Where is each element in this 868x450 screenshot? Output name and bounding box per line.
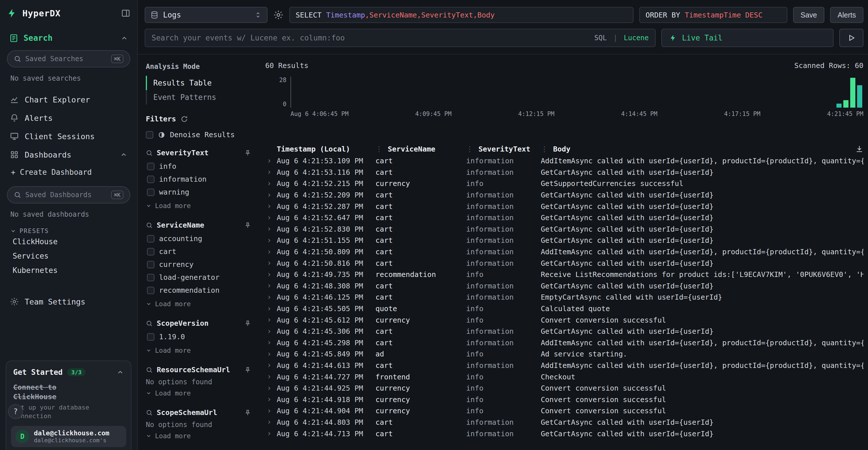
row-expand-chevron-icon[interactable] — [267, 431, 272, 437]
table-row[interactable]: Aug 6 4:21:53.109 PM cart information Ad… — [265, 155, 863, 167]
column-header-timestamp[interactable]: Timestamp (Local) — [277, 145, 375, 153]
checkbox[interactable] — [147, 235, 154, 243]
row-expand-chevron-icon[interactable] — [267, 397, 272, 403]
refresh-icon[interactable] — [181, 116, 188, 123]
filter-option[interactable]: recommendation — [146, 284, 251, 297]
row-expand-chevron-icon[interactable] — [267, 408, 272, 414]
row-expand-chevron-icon[interactable] — [267, 192, 272, 198]
search-icon[interactable] — [146, 320, 153, 327]
row-expand-chevron-icon[interactable] — [267, 215, 272, 221]
row-expand-chevron-icon[interactable] — [267, 340, 272, 346]
row-expand-chevron-icon[interactable] — [267, 374, 272, 380]
sidebar-item-dashboards[interactable]: Dashboards — [7, 146, 130, 164]
row-expand-chevron-icon[interactable] — [267, 385, 272, 391]
help-button[interactable]: ? — [8, 404, 23, 419]
load-more-button[interactable]: Load more — [146, 345, 251, 356]
column-header-body[interactable]: ⋮Body — [541, 145, 848, 153]
saved-searches-input[interactable]: ⌘K — [7, 50, 130, 67]
filter-option[interactable]: info — [146, 160, 251, 173]
table-row[interactable]: Aug 6 4:21:49.735 PM recommendation info… — [265, 269, 863, 280]
table-row[interactable]: Aug 6 4:21:45.849 PM ad info Ad service … — [265, 348, 863, 360]
table-row[interactable]: Aug 6 4:21:45.505 PM quote info Calculat… — [265, 303, 863, 315]
filter-option[interactable]: cart — [146, 245, 251, 258]
search-icon[interactable] — [146, 366, 153, 374]
histogram-bar[interactable] — [857, 85, 862, 108]
table-row[interactable]: Aug 6 4:21:44.904 PM currency info Conve… — [265, 405, 863, 417]
row-expand-chevron-icon[interactable] — [267, 181, 272, 187]
table-row[interactable]: Aug 6 4:21:52.647 PM cart information Ge… — [265, 212, 863, 224]
table-row[interactable]: Aug 6 4:21:45.306 PM cart information Ge… — [265, 326, 863, 337]
load-more-button[interactable]: Load more — [146, 430, 251, 441]
table-row[interactable]: Aug 6 4:21:45.298 PM cart information Ad… — [265, 337, 863, 349]
create-dashboard-button[interactable]: + Create Dashboard — [7, 164, 130, 179]
pin-icon[interactable] — [244, 222, 251, 229]
row-expand-chevron-icon[interactable] — [267, 237, 272, 244]
sidebar-item-alerts[interactable]: Alerts — [7, 109, 130, 127]
table-row[interactable]: Aug 6 4:21:52.287 PM cart information Ge… — [265, 201, 863, 212]
row-expand-chevron-icon[interactable] — [267, 272, 272, 278]
search-icon[interactable] — [146, 150, 153, 156]
row-expand-chevron-icon[interactable] — [267, 329, 272, 334]
row-expand-chevron-icon[interactable] — [267, 226, 272, 232]
histogram-bar[interactable] — [836, 104, 842, 108]
filter-option[interactable]: information — [146, 173, 251, 186]
event-search-input[interactable] — [152, 34, 589, 42]
checkbox[interactable] — [146, 131, 153, 139]
column-resize-handle[interactable]: ⋮ — [541, 145, 548, 153]
get-started-header[interactable]: Get Started 3/3 — [13, 368, 124, 377]
row-expand-chevron-icon[interactable] — [267, 419, 272, 425]
row-expand-chevron-icon[interactable] — [267, 351, 272, 357]
table-row[interactable]: Aug 6 4:21:50.816 PM cart information Ge… — [265, 257, 863, 269]
table-row[interactable]: Aug 6 4:21:53.116 PM cart information Ge… — [265, 167, 863, 178]
search-icon[interactable] — [146, 409, 153, 416]
select-query-input[interactable]: SELECT Timestamp ,ServiceName,SeverityTe… — [289, 7, 633, 23]
sidebar-item-client-sessions[interactable]: Client Sessions — [7, 127, 130, 146]
checkbox[interactable] — [147, 287, 154, 294]
table-row[interactable]: Aug 6 4:21:51.155 PM cart information Ge… — [265, 235, 863, 246]
load-more-button[interactable]: Load more — [146, 298, 251, 309]
filter-option[interactable]: warning — [146, 186, 251, 199]
saved-dashboards-field[interactable] — [25, 191, 107, 199]
column-resize-handle[interactable]: ⋮ — [466, 145, 473, 153]
row-expand-chevron-icon[interactable] — [267, 260, 272, 266]
get-started-step-connect[interactable]: Connect to ClickHouse Set up your databa… — [13, 383, 124, 420]
sidebar-item-search[interactable]: Search — [7, 33, 130, 43]
column-header-severitytext[interactable]: ⋮SeverityText — [466, 145, 541, 153]
denoise-results-option[interactable]: Denoise Results — [146, 131, 251, 139]
sidebar-item-clickhouse[interactable]: ClickHouse — [7, 234, 130, 249]
source-settings-button[interactable] — [273, 10, 284, 20]
filter-option[interactable]: 1.19.0 — [146, 330, 251, 343]
filter-option[interactable]: load-generator — [146, 271, 251, 284]
source-select[interactable]: Logs — [145, 7, 268, 23]
table-row[interactable]: Aug 6 4:21:52.215 PM currency info GetSu… — [265, 178, 863, 189]
table-row[interactable]: Aug 6 4:21:44.727 PM frontend info Check… — [265, 371, 863, 383]
connected-account-row[interactable]: D dale@clickhouse.com dale@clickhouse.co… — [11, 426, 126, 447]
table-row[interactable]: Aug 6 4:21:46.125 PM cart information Em… — [265, 292, 863, 303]
sidebar-item-kubernetes[interactable]: Kubernetes — [7, 263, 130, 278]
table-row[interactable]: Aug 6 4:21:44.613 PM cart information Ad… — [265, 360, 863, 372]
presets-toggle[interactable]: PRESETS — [10, 228, 127, 234]
chevron-up-icon[interactable] — [117, 368, 124, 376]
table-row[interactable]: Aug 6 4:21:45.612 PM currency info Conve… — [265, 314, 863, 326]
download-icon[interactable] — [856, 145, 863, 153]
saved-searches-field[interactable] — [25, 55, 107, 63]
checkbox[interactable] — [147, 274, 154, 281]
row-expand-chevron-icon[interactable] — [267, 158, 272, 164]
filter-option[interactable]: currency — [146, 258, 251, 271]
language-lucene[interactable]: Lucene — [624, 34, 649, 42]
row-expand-chevron-icon[interactable] — [267, 249, 272, 255]
row-expand-chevron-icon[interactable] — [267, 317, 272, 323]
checkbox[interactable] — [147, 163, 154, 170]
query-language-toggle[interactable]: SQL | Lucene — [594, 34, 649, 42]
order-by-input[interactable]: ORDER BY TimestampTime DESC — [639, 7, 787, 23]
search-icon[interactable] — [146, 222, 153, 229]
checkbox[interactable] — [147, 175, 154, 183]
pin-icon[interactable] — [244, 149, 251, 157]
chevron-up-icon[interactable] — [120, 151, 127, 158]
row-expand-chevron-icon[interactable] — [267, 203, 272, 209]
language-sql[interactable]: SQL — [594, 34, 607, 42]
table-row[interactable]: Aug 6 4:21:52.830 PM cart information Ge… — [265, 224, 863, 235]
row-expand-chevron-icon[interactable] — [267, 283, 272, 289]
table-row[interactable]: Aug 6 4:21:44.803 PM cart information Ge… — [265, 417, 863, 428]
save-button[interactable]: Save — [793, 7, 825, 23]
